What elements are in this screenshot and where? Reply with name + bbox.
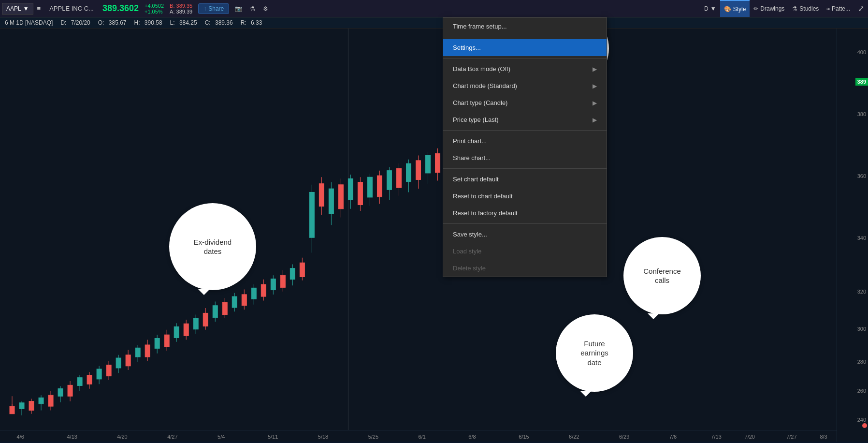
y-label-320: 320 bbox=[857, 289, 866, 295]
drawings-button[interactable]: ✏ Drawings bbox=[750, 0, 788, 17]
menu-item-label-chart-type: Chart type (Candle) bbox=[453, 99, 507, 106]
svg-rect-23 bbox=[106, 365, 111, 376]
menu-item-chart-type[interactable]: Chart type (Candle)▶ bbox=[443, 94, 607, 111]
menu-item-reset-factory-default[interactable]: Reset to factory default bbox=[443, 205, 607, 222]
menu-item-label-time-frame-setup: Time frame setup... bbox=[453, 23, 507, 30]
chart-area[interactable]: 4/6 4/13 4/20 4/27 5/4 5/11 5/18 5/25 6/… bbox=[0, 29, 837, 442]
menu-separator-6 bbox=[443, 130, 607, 131]
svg-rect-41 bbox=[193, 318, 198, 329]
x-label-622: 6/22 bbox=[569, 434, 579, 440]
menu-arrow-data-box-mode: ▶ bbox=[593, 66, 597, 73]
svg-rect-13 bbox=[58, 389, 63, 397]
price-change: +4.0502 +1.05% bbox=[143, 3, 166, 15]
style-button[interactable]: 🎨 Style bbox=[720, 0, 750, 17]
style-dropdown-menu: Time frame setup...Settings...Data Box m… bbox=[443, 17, 607, 277]
menu-item-share-chart[interactable]: Share chart... bbox=[443, 149, 607, 166]
svg-rect-5 bbox=[19, 403, 24, 409]
change-abs: +4.0502 bbox=[145, 3, 164, 9]
svg-rect-21 bbox=[97, 369, 101, 379]
menu-item-settings[interactable]: Settings... bbox=[443, 39, 607, 56]
timeframe-label: 6 M 1D [NASDAQ] bbox=[5, 19, 53, 26]
svg-rect-84 bbox=[396, 169, 401, 188]
share-button[interactable]: ↑ Share bbox=[198, 3, 229, 14]
svg-rect-86 bbox=[406, 163, 411, 181]
x-label-83: 8/3 bbox=[820, 434, 827, 440]
flask-button[interactable]: ⚗ bbox=[246, 0, 259, 17]
menu-item-time-frame-setup[interactable]: Time frame setup... bbox=[443, 18, 607, 35]
red-indicator-dot bbox=[862, 423, 867, 428]
x-label-46: 4/6 bbox=[17, 434, 24, 440]
svg-rect-25 bbox=[116, 358, 121, 368]
drawings-icon: ✏ bbox=[753, 5, 758, 12]
symbol-selector[interactable]: AAPL ▼ bbox=[2, 3, 33, 15]
x-label-629: 6/29 bbox=[619, 434, 629, 440]
menu-item-delete-style: Delete style bbox=[443, 260, 607, 277]
flask-icon: ⚗ bbox=[250, 5, 255, 12]
period-selector[interactable]: D ▼ bbox=[700, 0, 720, 17]
main-area: 4/6 4/13 4/20 4/27 5/4 5/11 5/18 5/25 6/… bbox=[0, 29, 868, 442]
svg-rect-65 bbox=[309, 192, 314, 237]
current-price-tag: 389 bbox=[855, 78, 868, 86]
svg-rect-61 bbox=[290, 268, 295, 280]
low-value: 384.25 bbox=[179, 19, 197, 26]
camera-button[interactable]: 📷 bbox=[231, 0, 246, 17]
bid-price: B: 389.35 bbox=[170, 3, 192, 9]
svg-rect-51 bbox=[242, 295, 246, 306]
svg-rect-7 bbox=[29, 401, 34, 411]
studies-icon: ⚗ bbox=[792, 5, 797, 12]
chart-info-bar: 6 M 1D [NASDAQ] D: 7/20/20 O: 385.67 H: … bbox=[0, 17, 868, 29]
menu-item-reset-chart-default[interactable]: Reset to chart default bbox=[443, 188, 607, 205]
menu-separator-1 bbox=[443, 37, 607, 37]
x-label-518: 5/18 bbox=[318, 434, 328, 440]
menu-item-label-data-box-mode: Data Box mode (Off) bbox=[453, 65, 510, 73]
svg-rect-45 bbox=[213, 306, 217, 318]
svg-rect-11 bbox=[48, 395, 53, 406]
x-axis: 4/6 4/13 4/20 4/27 5/4 5/11 5/18 5/25 6/… bbox=[0, 430, 837, 442]
svg-rect-57 bbox=[271, 279, 275, 290]
x-label-420: 4/20 bbox=[117, 434, 127, 440]
svg-rect-49 bbox=[232, 296, 237, 308]
svg-rect-55 bbox=[261, 284, 266, 296]
menu-arrow-price-type: ▶ bbox=[593, 117, 597, 123]
pattern-icon: ≈ bbox=[826, 5, 830, 12]
y-label-340: 340 bbox=[857, 235, 866, 241]
low-label: L: bbox=[170, 19, 175, 26]
svg-rect-74 bbox=[348, 178, 353, 200]
x-label-54: 5/4 bbox=[217, 434, 225, 440]
open-value: 385.67 bbox=[109, 19, 127, 26]
period-label: D bbox=[704, 5, 709, 12]
svg-rect-82 bbox=[387, 171, 391, 190]
fullscreen-button[interactable]: ⤢ bbox=[854, 0, 868, 17]
y-label-280: 280 bbox=[857, 359, 866, 365]
candlestick-chart bbox=[0, 29, 837, 442]
menu-item-price-type[interactable]: Price type (Last)▶ bbox=[443, 111, 607, 128]
open-label: O: bbox=[98, 19, 104, 26]
svg-rect-90 bbox=[426, 155, 431, 173]
menu-item-label-print-chart: Print chart... bbox=[453, 137, 487, 145]
y-label-360: 360 bbox=[857, 173, 866, 179]
svg-rect-29 bbox=[135, 348, 140, 357]
chart-menu-icon[interactable]: ≡ bbox=[33, 3, 45, 14]
company-name: APPLE INC C... bbox=[44, 5, 99, 12]
svg-rect-47 bbox=[222, 303, 227, 315]
menu-item-chart-mode[interactable]: Chart mode (Standard)▶ bbox=[443, 77, 607, 94]
date-label: D: bbox=[60, 19, 66, 26]
svg-rect-39 bbox=[184, 324, 188, 336]
x-label-511: 5/11 bbox=[268, 434, 278, 440]
menu-item-print-chart[interactable]: Print chart... bbox=[443, 133, 607, 149]
share-icon: ↑ bbox=[203, 5, 206, 12]
x-label-413: 4/13 bbox=[67, 434, 77, 440]
menu-item-set-chart-default[interactable]: Set chart default bbox=[443, 171, 607, 188]
x-label-713: 7/13 bbox=[711, 434, 721, 440]
camera-icon: 📷 bbox=[235, 5, 242, 12]
pattern-button[interactable]: ≈ Patte... bbox=[823, 0, 854, 17]
studies-button[interactable]: ⚗ Studies bbox=[788, 0, 823, 17]
ask-price: A: 389.39 bbox=[170, 9, 192, 15]
pattern-label: Patte... bbox=[832, 5, 850, 12]
menu-item-load-style: Load style bbox=[443, 243, 607, 260]
gear-button[interactable]: ⚙ bbox=[259, 0, 272, 17]
menu-item-data-box-mode[interactable]: Data Box mode (Off)▶ bbox=[443, 60, 607, 77]
x-label-525: 5/25 bbox=[368, 434, 378, 440]
menu-item-save-style[interactable]: Save style... bbox=[443, 226, 607, 243]
svg-rect-37 bbox=[174, 327, 179, 338]
